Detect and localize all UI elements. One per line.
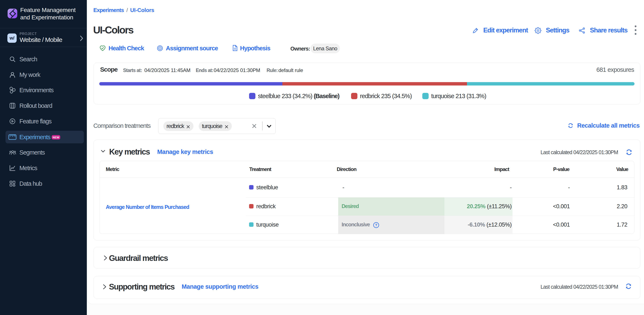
svg-text:?: ? bbox=[375, 223, 377, 227]
